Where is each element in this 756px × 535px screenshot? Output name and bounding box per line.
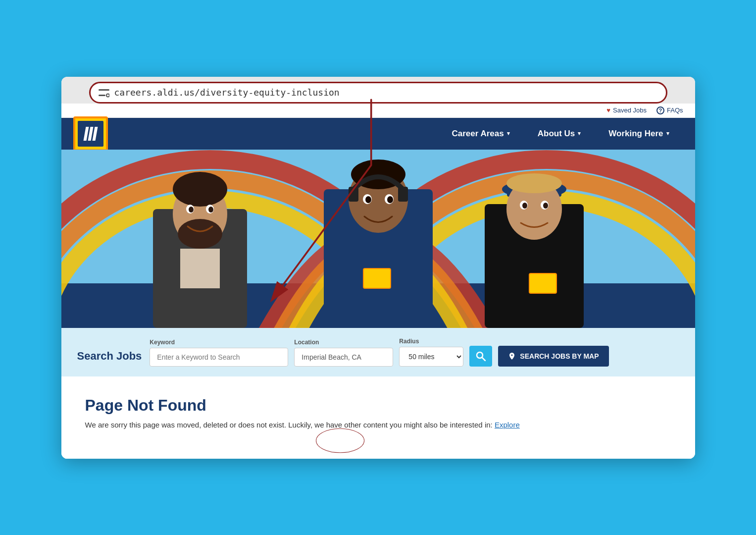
annotation-overlay bbox=[61, 376, 695, 459]
svg-rect-25 bbox=[398, 187, 408, 202]
chevron-down-icon: ▾ bbox=[578, 130, 581, 137]
svg-point-2 bbox=[106, 94, 109, 97]
nav-about-us[interactable]: About Us ▾ bbox=[524, 118, 595, 150]
svg-point-14 bbox=[173, 172, 227, 207]
chevron-down-icon: ▾ bbox=[507, 130, 510, 137]
saved-jobs-label: Saved Jobs bbox=[613, 107, 647, 114]
keyword-field-group: Keyword bbox=[150, 339, 288, 367]
map-search-label: SEARCH JOBS BY MAP bbox=[520, 352, 599, 360]
explore-link[interactable]: Explore bbox=[495, 421, 520, 429]
search-button[interactable] bbox=[469, 346, 492, 367]
search-label: Search Jobs bbox=[77, 350, 142, 367]
svg-point-28 bbox=[365, 196, 371, 203]
search-section: Search Jobs Keyword Location Radius 5 mi… bbox=[61, 328, 695, 376]
svg-line-41 bbox=[482, 358, 485, 361]
page-not-found-section: Page Not Found We are sorry this page wa… bbox=[61, 376, 695, 459]
faqs-label: FAQs bbox=[667, 107, 683, 114]
svg-point-19 bbox=[208, 207, 213, 213]
svg-point-35 bbox=[506, 173, 562, 193]
svg-rect-21 bbox=[363, 268, 391, 288]
map-search-button[interactable]: SEARCH JOBS BY MAP bbox=[498, 346, 608, 367]
location-pin-icon bbox=[508, 352, 516, 360]
radius-field-group: Radius 5 miles 10 miles 25 miles 50 mile… bbox=[399, 338, 463, 367]
radius-select[interactable]: 5 miles 10 miles 25 miles 50 miles 100 m… bbox=[399, 347, 463, 367]
nav-career-areas[interactable]: Career Areas ▾ bbox=[438, 118, 524, 150]
keyword-label: Keyword bbox=[150, 339, 288, 346]
chevron-down-icon: ▾ bbox=[666, 130, 669, 137]
svg-point-18 bbox=[189, 207, 194, 213]
heart-icon: ♥ bbox=[606, 107, 610, 114]
nav-links: Career Areas ▾ About Us ▾ Working Here ▾ bbox=[438, 118, 683, 150]
hero-section bbox=[61, 150, 695, 328]
utility-bar: ♥ Saved Jobs ? FAQs bbox=[61, 104, 695, 118]
saved-jobs-link[interactable]: ♥ Saved Jobs bbox=[606, 107, 647, 114]
svg-rect-1 bbox=[99, 95, 105, 96]
svg-point-39 bbox=[543, 203, 548, 209]
search-icon bbox=[476, 351, 486, 361]
location-label: Location bbox=[294, 339, 393, 346]
svg-point-29 bbox=[387, 196, 393, 203]
svg-rect-12 bbox=[180, 249, 220, 288]
location-field-group: Location bbox=[294, 339, 393, 367]
search-fields: Keyword Location Radius 5 miles 10 miles… bbox=[150, 338, 679, 367]
aldi-stripes bbox=[85, 127, 97, 141]
radius-label: Radius bbox=[399, 338, 463, 345]
main-navbar: Career Areas ▾ About Us ▾ Working Here ▾ bbox=[61, 118, 695, 150]
question-icon: ? bbox=[656, 107, 664, 114]
svg-rect-24 bbox=[349, 187, 358, 202]
url-bar[interactable]: careers.aldi.us/diversity-equity-inclusi… bbox=[89, 82, 667, 104]
nav-working-here[interactable]: Working Here ▾ bbox=[595, 118, 683, 150]
svg-rect-31 bbox=[529, 273, 556, 293]
website-content: ♥ Saved Jobs ? FAQs bbox=[61, 104, 695, 459]
svg-rect-0 bbox=[99, 89, 109, 91]
aldi-logo[interactable] bbox=[73, 116, 108, 151]
svg-point-38 bbox=[522, 203, 527, 209]
location-input[interactable] bbox=[294, 348, 393, 367]
browser-controls-bar: careers.aldi.us/diversity-equity-inclusi… bbox=[69, 82, 687, 104]
url-text: careers.aldi.us/diversity-equity-inclusi… bbox=[114, 87, 340, 98]
aldi-logo-inner bbox=[78, 121, 103, 147]
hero-background-svg bbox=[61, 150, 695, 328]
svg-point-42 bbox=[316, 428, 364, 453]
page-not-found-title: Page Not Found bbox=[85, 396, 671, 415]
page-not-found-message: We are sorry this page was moved, delete… bbox=[85, 421, 671, 429]
keyword-input[interactable] bbox=[150, 348, 288, 367]
faqs-link[interactable]: ? FAQs bbox=[656, 107, 683, 114]
browser-chrome: careers.aldi.us/diversity-equity-inclusi… bbox=[61, 77, 695, 104]
svg-point-15 bbox=[178, 219, 222, 249]
url-bar-icon bbox=[99, 87, 109, 98]
